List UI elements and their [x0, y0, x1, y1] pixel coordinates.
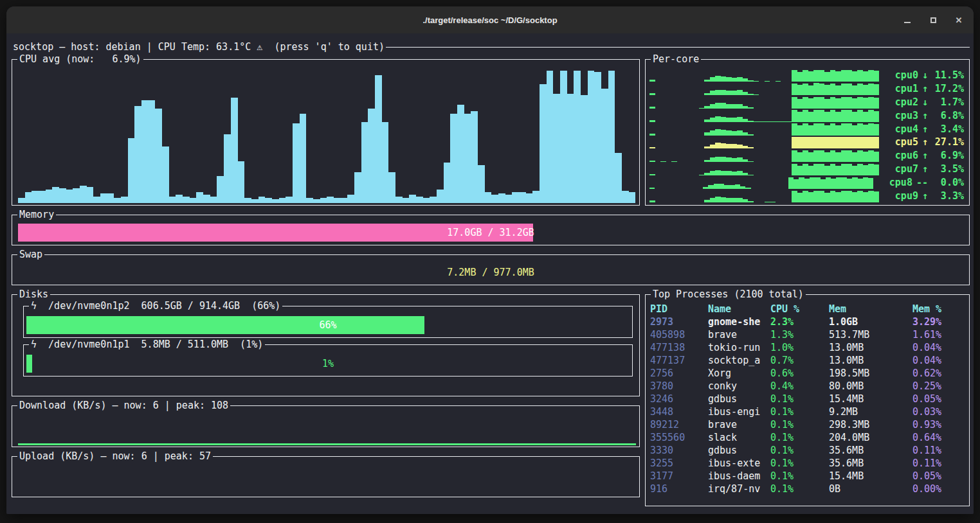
chart-bar	[121, 197, 128, 204]
chart-bar	[874, 111, 880, 122]
upload-chart	[18, 465, 636, 495]
maximize-button[interactable]	[927, 14, 939, 26]
chart-bar	[836, 177, 841, 189]
process-row[interactable]: 2973gnome-she2.3%1.0GB3.29%	[650, 315, 966, 328]
chart-bar	[715, 116, 721, 122]
chart-bar	[841, 123, 847, 135]
trend-down-icon: ↓	[922, 96, 928, 109]
chart-bar	[649, 188, 655, 189]
column-header[interactable]: PID	[650, 303, 708, 315]
cell-cpu-percent: 0.1%	[770, 483, 829, 495]
chart-bar	[857, 110, 863, 121]
chart-bar	[797, 125, 803, 135]
process-row[interactable]: 3330gdbus0.1%35.6MB0.11%	[650, 444, 966, 457]
cell-name: ibus-engi	[708, 405, 770, 418]
chart-bar	[776, 81, 781, 82]
chart-bar	[770, 121, 776, 122]
process-row[interactable]: 355560slack0.1%204.0MB0.64%	[650, 431, 966, 444]
chart-bar	[162, 146, 169, 203]
chart-bar	[808, 112, 814, 121]
chart-bar	[737, 198, 743, 202]
process-row[interactable]: 916irq/87-nv0.1%0B0.00%	[650, 483, 966, 495]
process-row[interactable]: 477137socktop_a0.7%13.0MB0.04%	[650, 354, 966, 367]
core-name: cpu4	[895, 123, 918, 136]
chart-bar	[649, 174, 655, 175]
chart-bar	[803, 97, 808, 109]
process-row[interactable]: 405898brave1.3%513.7MB1.61%	[650, 328, 966, 341]
chart-bar	[732, 91, 738, 95]
chart-bar	[874, 124, 880, 135]
close-button[interactable]: ✕	[953, 14, 965, 26]
chart-bar	[395, 197, 403, 204]
cell-cpu-percent: 0.4%	[770, 380, 829, 393]
core-name: cpu0	[895, 69, 918, 82]
chart-bar	[732, 104, 738, 108]
chart-bar	[608, 71, 615, 203]
chart-bar	[714, 184, 719, 189]
chart-bar	[737, 157, 743, 162]
chart-bar	[874, 98, 880, 109]
cell-pid: 3780	[650, 380, 708, 393]
chart-bar	[649, 200, 655, 202]
process-row[interactable]: 3246gdbus0.1%15.4MB0.05%	[650, 393, 966, 405]
chart-bar	[846, 191, 852, 202]
process-row[interactable]: 3780conky0.4%80.0MB0.25%	[650, 380, 966, 393]
titlebar[interactable]: ./target/release/soc ~/D/G/socktop ✕	[6, 6, 974, 33]
chart-bar	[464, 114, 471, 203]
chart-bar	[852, 192, 858, 202]
chart-bar	[649, 147, 655, 148]
process-row[interactable]: 3448ibus-engi0.1%9.2MB0.03%	[650, 405, 966, 418]
chart-bar	[819, 84, 825, 95]
core-row-cpu0: cpu0↓11.5%	[649, 69, 964, 82]
chart-bar	[846, 137, 852, 149]
chart-bar	[505, 195, 513, 203]
chart-bar	[32, 191, 39, 203]
chart-bar	[279, 198, 286, 203]
column-header[interactable]: Mem	[829, 303, 912, 315]
cell-mem-percent: 0.00%	[912, 483, 966, 495]
chart-bar	[721, 157, 727, 162]
chart-bar	[710, 198, 716, 202]
disk-flash-icon: ϟ	[31, 338, 37, 351]
chart-bar	[748, 175, 754, 176]
chart-bar	[704, 160, 710, 162]
chart-bar	[819, 164, 825, 175]
minimize-button[interactable]	[902, 14, 913, 26]
process-row[interactable]: 89212brave0.1%298.3MB0.93%	[650, 418, 966, 431]
chart-bar	[857, 137, 863, 149]
core-label: cpu3↑ 6.8%	[895, 109, 964, 122]
chart-bar	[852, 85, 858, 95]
chart-bar	[715, 143, 721, 148]
process-row[interactable]: 3255ibus-exte0.1%35.6MB0.11%	[650, 457, 966, 470]
trend-up-icon: ↑	[922, 109, 928, 122]
chart-bar	[835, 137, 841, 148]
chart-bar	[874, 152, 880, 163]
chart-bar	[830, 123, 836, 135]
process-row[interactable]: 3177ibus-daem0.1%15.4MB0.05%	[650, 470, 966, 483]
chart-bar	[797, 193, 803, 202]
core-percent: 6.8%	[930, 109, 964, 122]
process-row[interactable]: 477138tokio-run1.0%13.0MB0.04%	[650, 341, 966, 354]
core-sparkline	[649, 123, 890, 136]
chart-bar	[857, 123, 863, 135]
core-row-cpu6: cpu6↑ 6.9%	[649, 149, 964, 162]
column-header[interactable]: Name	[708, 303, 770, 315]
chart-bar	[803, 150, 808, 162]
chart-bar	[743, 119, 749, 122]
chart-bar	[748, 121, 754, 122]
chart-bar	[52, 187, 59, 203]
chart-bar	[830, 164, 836, 175]
chart-bar	[824, 137, 830, 148]
chart-bar	[748, 147, 754, 148]
chart-bar	[59, 188, 66, 203]
column-header[interactable]: CPU %	[770, 303, 829, 315]
column-header[interactable]: Mem %	[912, 303, 966, 315]
chart-bar	[792, 164, 797, 175]
swap-gauge-label: 7.2MB / 977.0MB	[18, 263, 963, 281]
chart-bar	[868, 70, 874, 82]
chart-bar	[841, 84, 847, 95]
chart-bar	[375, 75, 382, 204]
process-row[interactable]: 2756Xorg0.6%198.5MB0.62%	[650, 367, 966, 380]
disk-item-label: /dev/nvme0n1p2 606.5GB / 914.4GB (66%)	[37, 299, 280, 312]
cell-mem: 80.0MB	[829, 380, 912, 393]
